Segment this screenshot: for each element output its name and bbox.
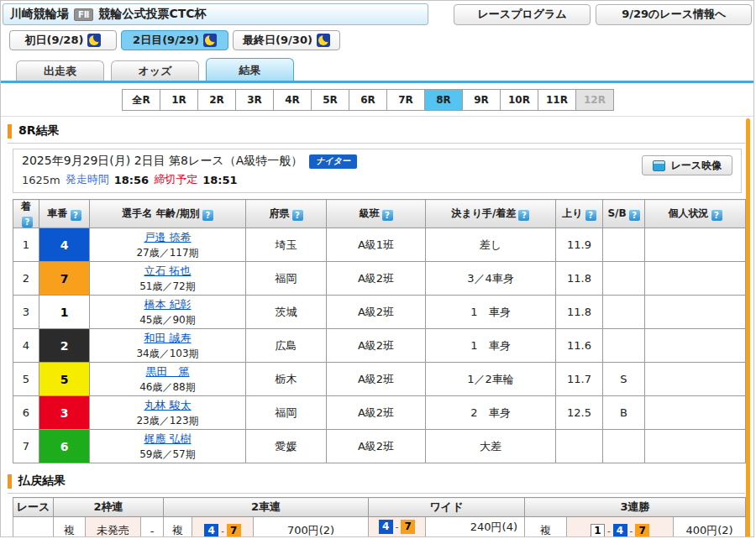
section-title: 8R結果: [18, 123, 60, 139]
car-chip: 4: [379, 520, 393, 534]
class-cell: A級2班: [327, 262, 426, 296]
race-video-button[interactable]: レース映像: [642, 155, 732, 175]
day-race-info-button[interactable]: 9/29のレース情報へ: [596, 4, 752, 25]
race-tab-3r[interactable]: 3R: [235, 89, 274, 111]
venue-name: 川崎競輪場: [10, 7, 69, 22]
rider-name-link[interactable]: 梶應 弘樹: [144, 432, 191, 445]
night-race-moon-icon: [87, 34, 101, 47]
race-tab-12r: 12R: [575, 89, 614, 111]
col-trio-trifecta: 3連勝: [525, 498, 746, 517]
table-row: 2 7 立石 拓也51歳／72期 福岡 A級2班 3／4車身 11.8: [13, 262, 746, 296]
rider-name-link[interactable]: 丸林 駿太: [144, 399, 191, 411]
orange-scroll-indicator[interactable]: [746, 118, 750, 537]
day-tab-second[interactable]: 2日目(9/29): [121, 30, 228, 50]
help-icon[interactable]: ?: [382, 210, 393, 221]
race-tab-11r[interactable]: 11R: [538, 89, 576, 111]
race-tab-9r[interactable]: 9R: [462, 89, 501, 111]
table-row: 1 4 戸邉 捺希27歳／117期 埼玉 A級1班 差し 11.9: [13, 228, 746, 262]
status-cell: [645, 396, 746, 430]
status-cell: [645, 262, 746, 296]
sb-cell: B: [603, 396, 645, 430]
rider-name-link[interactable]: 立石 拓也: [144, 264, 191, 277]
wide-combo-cell: 4 - 7 1 - 4 1 - 7: [369, 517, 426, 538]
rider-cell: 黒田 篤46歳／88期: [90, 363, 246, 396]
wide-pay-1: 240円(4): [429, 518, 521, 536]
section-accent-bar: [8, 474, 12, 489]
race-tab-6r[interactable]: 6R: [349, 89, 387, 111]
sb-cell: S: [603, 363, 645, 396]
payout-section-header: 払戻結果: [8, 471, 745, 494]
col-car: 車番?: [39, 200, 90, 228]
rider-cell: 橋本 紀彰45歳／90期: [90, 296, 246, 329]
rider-name-link[interactable]: 和田 誠寿: [144, 332, 191, 344]
main-tabs: 出走表 オッズ 結果: [1, 58, 753, 83]
rider-cell: 和田 誠寿34歳／103期: [90, 329, 246, 363]
class-cell: A級2班: [327, 296, 426, 329]
race-program-button[interactable]: レースプログラム: [454, 4, 591, 25]
col-name: 選手名 年齢/期別?: [90, 200, 246, 228]
rider-name-link[interactable]: 戸邉 捺希: [144, 231, 191, 243]
trio-combo: 1 - 4 - 7: [567, 517, 674, 538]
race-distance: 1625m: [22, 174, 60, 186]
rider-age-period: 59歳／57期: [139, 448, 196, 460]
payout-header-row: レース 2枠連 2車連 ワイド 3連勝: [13, 498, 746, 517]
help-icon[interactable]: ?: [518, 210, 529, 221]
fuku-label: 複: [54, 517, 86, 538]
col-status: 個人状況?: [645, 200, 746, 228]
section-accent-bar: [8, 124, 12, 139]
quinella-fuku-combo: 4 - 7: [192, 517, 254, 538]
margin-cell: 1 車身: [426, 296, 556, 329]
col-prefecture: 府県?: [246, 200, 327, 228]
table-row: 6 3 丸林 駿太23歳／123期 福岡 A級2班 2 車身 12.5 B: [13, 396, 746, 430]
race-tab-2r[interactable]: 2R: [197, 89, 236, 111]
race-tab-7r[interactable]: 7R: [386, 89, 425, 111]
status-cell: [645, 430, 746, 463]
fuku-label: 複: [164, 517, 192, 538]
help-icon[interactable]: ?: [202, 210, 213, 221]
day-tab-label: 初日(9/28): [25, 33, 84, 48]
help-icon[interactable]: ?: [22, 217, 33, 228]
car-chip: 4: [613, 524, 627, 538]
rider-age-period: 51歳／72期: [139, 280, 196, 292]
help-icon[interactable]: ?: [629, 210, 640, 221]
prefecture-cell: 広島: [246, 329, 327, 363]
help-icon[interactable]: ?: [71, 210, 81, 221]
payout-table: レース 2枠連 2車連 ワイド 3連勝 8R 複 未発売 - 複 4 - 7: [13, 497, 746, 537]
car-number-cell: 1: [39, 296, 90, 329]
rider-age-period: 45歳／90期: [139, 314, 196, 326]
race-tab-4r[interactable]: 4R: [273, 89, 312, 111]
col-margin: 決まり手/着差?: [426, 200, 556, 228]
help-icon[interactable]: ?: [585, 210, 596, 221]
rider-cell: 丸林 駿太23歳／123期: [90, 396, 246, 430]
race-tab-8r[interactable]: 8R: [424, 89, 463, 111]
sb-cell: [603, 329, 645, 363]
col-class: 級班?: [327, 200, 426, 228]
wide-pay-cell: 240円(4) 100円(1) 200円(3): [426, 517, 525, 538]
col-bracket-quinella: 2枠連: [54, 498, 164, 517]
car-number-cell: 2: [39, 329, 90, 363]
race-info-box: 2025年9月29日(月) 2日目 第8レース（A級特一般） ナイター 1625…: [13, 149, 742, 193]
close-time-label: 締切予定: [154, 172, 197, 187]
tab-entry-list[interactable]: 出走表: [16, 60, 104, 81]
race-tab-all[interactable]: 全R: [122, 89, 160, 111]
tab-odds[interactable]: オッズ: [111, 60, 199, 81]
prefecture-cell: 茨城: [246, 296, 327, 329]
results-header-row: 着? 車番? 選手名 年齢/期別? 府県? 級班? 決まり手/着差? 上り? S…: [13, 200, 746, 228]
rider-name-link[interactable]: 黒田 篤: [146, 365, 190, 378]
rider-name-link[interactable]: 橋本 紀彰: [144, 298, 191, 311]
col-sb: S/B?: [603, 200, 645, 228]
day-tab-final[interactable]: 最終日(9/30): [233, 30, 340, 50]
race-tab-1r[interactable]: 1R: [160, 89, 198, 111]
rider-age-period: 27歳／117期: [136, 247, 198, 259]
race-tab-5r[interactable]: 5R: [311, 89, 349, 111]
tab-results[interactable]: 結果: [206, 58, 294, 81]
help-icon[interactable]: ?: [292, 210, 303, 221]
dash-separator: -: [607, 526, 611, 536]
rank-cell: 6: [13, 396, 39, 430]
race-tab-10r[interactable]: 10R: [500, 89, 538, 111]
table-row: 4 2 和田 誠寿34歳／103期 広島 A級2班 1 車身 11.6: [13, 329, 746, 363]
margin-cell: 1 車身: [426, 329, 556, 363]
close-time-value: 18:51: [202, 174, 237, 186]
day-tab-first[interactable]: 初日(9/28): [9, 30, 117, 50]
help-icon[interactable]: ?: [711, 210, 722, 221]
